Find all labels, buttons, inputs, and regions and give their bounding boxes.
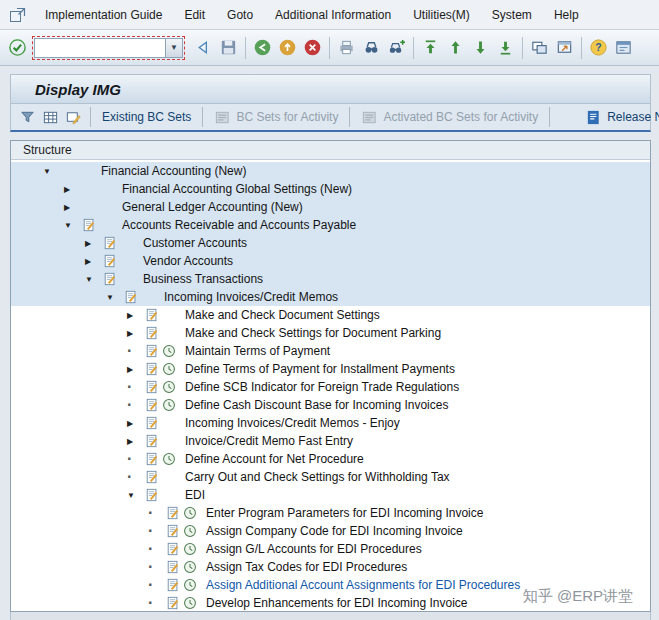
- tree-item-label[interactable]: Incoming Invoices/Credit Memos - Enjoy: [185, 416, 400, 430]
- img-activity-icon[interactable]: [145, 308, 159, 322]
- first-page-button[interactable]: [418, 35, 443, 60]
- shortcut-button[interactable]: [552, 35, 577, 60]
- tree-item-label[interactable]: Make and Check Document Settings: [185, 308, 380, 322]
- tree-item-label[interactable]: Define Terms of Payment for Installment …: [185, 362, 455, 376]
- tree-row[interactable]: ·Enter Program Parameters for EDI Incomi…: [11, 504, 650, 522]
- tree-item-label[interactable]: Develop Enhancements for EDI Incoming In…: [206, 596, 467, 610]
- tree-row[interactable]: ▶Vendor Accounts: [11, 252, 650, 270]
- find-button[interactable]: [359, 35, 384, 60]
- tree-item-label[interactable]: Carry Out and Check Settings for Withhol…: [185, 470, 450, 484]
- tree-item-label[interactable]: Business Transactions: [143, 272, 263, 286]
- tree-row[interactable]: ▶Invoice/Credit Memo Fast Entry: [11, 432, 650, 450]
- tree-row[interactable]: ·Assign Company Code for EDI Incoming In…: [11, 522, 650, 540]
- tree-row[interactable]: ▶Make and Check Document Settings: [11, 306, 650, 324]
- tree-item-label[interactable]: Define Cash Discount Base for Incoming I…: [185, 398, 448, 412]
- tree-row[interactable]: ▶Make and Check Settings for Document Pa…: [11, 324, 650, 342]
- page-up-button[interactable]: [443, 35, 468, 60]
- menu-item-additional-information[interactable]: Additional Information: [264, 3, 402, 27]
- img-activity-icon[interactable]: [103, 236, 117, 250]
- img-activity-icon[interactable]: [145, 452, 159, 466]
- tree-row[interactable]: ·Define Account for Net Procedure: [11, 450, 650, 468]
- tree-item-label[interactable]: Assign Company Code for EDI Incoming Inv…: [206, 524, 463, 538]
- tree-item-label[interactable]: EDI: [185, 488, 205, 502]
- back-circle-button[interactable]: [250, 35, 275, 60]
- tree-row[interactable]: ▶General Ledger Accounting (New): [11, 198, 650, 216]
- img-activity-icon[interactable]: [145, 470, 159, 484]
- tree-row[interactable]: ▼Incoming Invoices/Credit Memos: [11, 288, 650, 306]
- img-activity-icon[interactable]: [166, 596, 180, 610]
- expand-icon[interactable]: ▶: [127, 311, 145, 320]
- tree-row[interactable]: ▶Customer Accounts: [11, 234, 650, 252]
- horizontal-scrollbar[interactable]: [10, 612, 651, 620]
- tree-row[interactable]: ▶Financial Accounting Global Settings (N…: [11, 180, 650, 198]
- command-dropdown-icon[interactable]: ▼: [166, 38, 183, 58]
- tree-item-label[interactable]: Assign G/L Accounts for EDI Procedures: [206, 542, 422, 556]
- expand-icon[interactable]: ▶: [64, 185, 82, 194]
- activity-clock-icon[interactable]: [162, 452, 176, 466]
- img-activity-icon[interactable]: [166, 524, 180, 538]
- page-down-button[interactable]: [468, 35, 493, 60]
- menu-item-goto[interactable]: Goto: [216, 3, 264, 27]
- help-button[interactable]: ?: [586, 35, 611, 60]
- tree-row[interactable]: ▼Business Transactions: [11, 270, 650, 288]
- bc-sets-for-activity-button[interactable]: BC Sets for Activity: [208, 106, 344, 129]
- collapse-icon[interactable]: ▼: [127, 491, 145, 500]
- tree-item-label[interactable]: Incoming Invoices/Credit Memos: [164, 290, 338, 304]
- tree-row[interactable]: ·Carry Out and Check Settings for Withho…: [11, 468, 650, 486]
- exit-circle-button[interactable]: [275, 35, 300, 60]
- img-activity-icon[interactable]: [145, 434, 159, 448]
- tree-row[interactable]: ▶Incoming Invoices/Credit Memos - Enjoy: [11, 414, 650, 432]
- img-activity-icon[interactable]: [166, 560, 180, 574]
- activity-clock-icon[interactable]: [183, 506, 197, 520]
- collapse-icon[interactable]: ▼: [43, 167, 61, 176]
- enter-button[interactable]: [5, 35, 30, 60]
- img-activity-icon[interactable]: [145, 416, 159, 430]
- tree-row[interactable]: ·Assign Additional Account Assignments f…: [11, 576, 650, 594]
- tree-item-label[interactable]: Customer Accounts: [143, 236, 247, 250]
- tree-row[interactable]: ▶Define Terms of Payment for Installment…: [11, 360, 650, 378]
- display-change-button[interactable]: [62, 106, 85, 128]
- img-activity-icon[interactable]: [166, 506, 180, 520]
- menu-item-help[interactable]: Help: [543, 3, 590, 27]
- tree-item-label[interactable]: Accounts Receivable and Accounts Payable: [122, 218, 356, 232]
- activity-clock-icon[interactable]: [183, 524, 197, 538]
- img-activity-icon[interactable]: [103, 254, 117, 268]
- img-activity-icon[interactable]: [145, 344, 159, 358]
- tree-item-label[interactable]: Define Account for Net Procedure: [185, 452, 364, 466]
- tree-item-label[interactable]: Financial Accounting (New): [101, 164, 246, 178]
- img-activity-icon[interactable]: [145, 488, 159, 502]
- tree-item-label[interactable]: Make and Check Settings for Document Par…: [185, 326, 441, 340]
- print-button[interactable]: [334, 35, 359, 60]
- activity-clock-icon[interactable]: [183, 596, 197, 610]
- expand-icon[interactable]: ▶: [85, 257, 103, 266]
- activity-clock-icon[interactable]: [162, 362, 176, 376]
- activity-clock-icon[interactable]: [162, 380, 176, 394]
- activated-bc-sets-button[interactable]: Activated BC Sets for Activity: [355, 106, 544, 129]
- menu-item-edit[interactable]: Edit: [173, 3, 216, 27]
- table-button[interactable]: [39, 106, 62, 128]
- collapse-icon[interactable]: ▼: [64, 221, 82, 230]
- menu-item-utilities-m[interactable]: Utilities(M): [402, 3, 481, 27]
- activity-clock-icon[interactable]: [183, 542, 197, 556]
- img-activity-icon[interactable]: [103, 272, 117, 286]
- command-input[interactable]: [34, 38, 166, 58]
- menu-item-system[interactable]: System: [481, 3, 543, 27]
- cancel-button[interactable]: [300, 35, 325, 60]
- tree-row[interactable]: ·Assign Tax Codes for EDI Procedures: [11, 558, 650, 576]
- tree-item-label[interactable]: Vendor Accounts: [143, 254, 233, 268]
- save-button[interactable]: [216, 35, 241, 60]
- tree-item-label[interactable]: Maintain Terms of Payment: [185, 344, 330, 358]
- activity-clock-icon[interactable]: [183, 578, 197, 592]
- expand-icon[interactable]: ▶: [127, 437, 145, 446]
- tree-row[interactable]: ·Define SCB Indicator for Foreign Trade …: [11, 378, 650, 396]
- find-next-button[interactable]: [384, 35, 409, 60]
- tree-item-label[interactable]: Define SCB Indicator for Foreign Trade R…: [185, 380, 459, 394]
- expand-icon[interactable]: ▶: [64, 203, 82, 212]
- img-activity-icon[interactable]: [145, 380, 159, 394]
- expand-icon[interactable]: ▶: [127, 365, 145, 374]
- tree-item-label[interactable]: Assign Additional Account Assignments fo…: [206, 578, 520, 592]
- collapse-icon[interactable]: ▼: [106, 293, 124, 302]
- menu-item-implementation-guide[interactable]: Implementation Guide: [34, 3, 173, 27]
- img-activity-icon[interactable]: [145, 398, 159, 412]
- expand-icon[interactable]: ▶: [127, 329, 145, 338]
